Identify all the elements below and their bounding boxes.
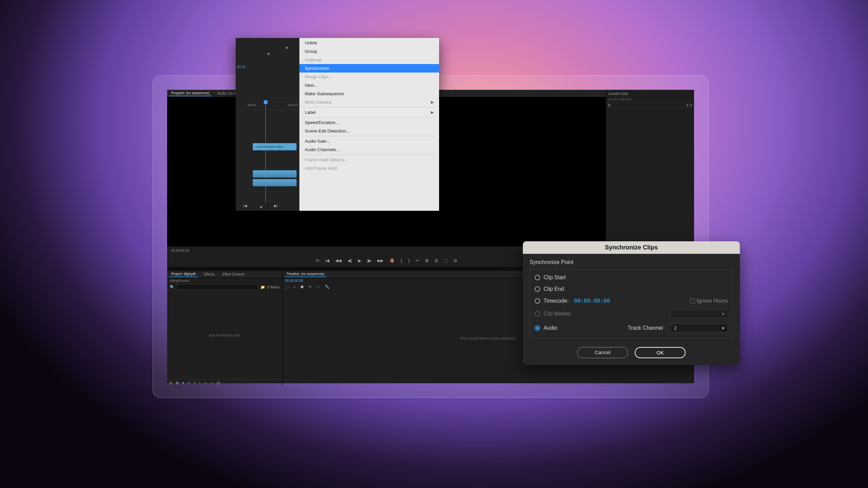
transport-btn[interactable]: {: [401, 258, 402, 263]
search-icon: 🔍: [170, 285, 175, 289]
project-filename: dfghgdh.prproj: [167, 278, 282, 283]
transport-btn[interactable]: ◀|: [348, 258, 352, 263]
foot-icon[interactable]: ⟳: [188, 381, 190, 385]
menu-item-audio-gain-[interactable]: Audio Gain...: [299, 137, 439, 145]
project-panel: Project: dfghgdh Effects Effect Controls…: [167, 271, 282, 386]
menu-item-speed-duration-[interactable]: Speed/Duration...: [299, 118, 439, 127]
program-timecode: 00:00:00:00: [171, 249, 189, 252]
transport-btn[interactable]: ⧉: [454, 258, 457, 263]
menu-item-merge-clips-: Merge Clips...: [299, 73, 439, 81]
marker-dot: [260, 206, 262, 208]
tab-project[interactable]: Project: dfghgdh: [169, 271, 198, 277]
lumetri-fx: fx: [608, 103, 611, 107]
tab-program[interactable]: Program: (no sequences): [169, 90, 212, 96]
transport-btn[interactable]: }: [408, 258, 410, 263]
radio-audio[interactable]: Audio Track Channel 2▾: [531, 321, 731, 335]
menu-item-multi-camera: Multi-Camera▶: [299, 98, 439, 106]
step-fwd-icon[interactable]: ▶|: [274, 204, 278, 208]
menu-item-synchronize[interactable]: Synchronize: [299, 64, 439, 73]
ignore-hours-checkbox[interactable]: [690, 299, 695, 303]
lumetri-noclip: (no clip selected): [608, 96, 692, 102]
audio-clip[interactable]: [253, 170, 297, 178]
transport-btn[interactable]: ✂: [416, 258, 419, 263]
foot-icon[interactable]: ■: [182, 381, 184, 385]
menu-item-label[interactable]: Label▶: [299, 108, 439, 117]
cancel-button[interactable]: Cancel: [577, 347, 628, 358]
tl-tool[interactable]: ✂: [309, 285, 312, 289]
transport-btn[interactable]: 🔇: [390, 258, 395, 263]
timeline-closeup-with-menu: 43:16 :00:00 00:01:0 ▭ Cornerstone video…: [236, 38, 439, 211]
radio-clip-start[interactable]: Clip Start: [531, 272, 731, 283]
menu-item-add-frame-hold: Add Frame Hold: [299, 164, 439, 172]
track-channel-label: Track Channel: [628, 325, 663, 331]
video-clip[interactable]: ▭ Cornerstone video: [253, 143, 297, 150]
menu-item-nest-[interactable]: Nest...: [299, 81, 439, 89]
ruler-tick: 00:01:0: [288, 103, 298, 109]
tl-tool[interactable]: ↔: [316, 285, 320, 289]
step-back-icon[interactable]: |◀: [243, 204, 247, 208]
foot-icon[interactable]: •: [199, 381, 200, 385]
menu-item-frame-hold-options-: Frame Hold Options...: [299, 156, 439, 164]
context-menu: UnlinkGroupUngroupSynchronizeMerge Clips…: [299, 38, 439, 211]
playhead-timecode: 43:16: [237, 65, 245, 69]
ruler-tick: :00:00: [247, 103, 256, 109]
transport-btn[interactable]: ⬚: [444, 258, 448, 263]
foot-icon[interactable]: ▭: [204, 381, 207, 385]
marker-dot: [268, 53, 270, 55]
transport-btn[interactable]: |◀: [325, 258, 329, 263]
menu-item-scene-edit-detection-[interactable]: Scene Edit Detection...: [299, 127, 439, 135]
foot-icon[interactable]: ▤: [217, 381, 220, 385]
tl-tool[interactable]: ⟐: [293, 285, 296, 289]
transport-btn[interactable]: ▶: [358, 258, 361, 263]
project-empty: Import media to start: [167, 291, 282, 379]
menu-item-unlink[interactable]: Unlink: [299, 39, 439, 47]
transport-btn[interactable]: |▶: [367, 258, 371, 263]
tab-effect-controls[interactable]: Effect Controls: [220, 272, 246, 277]
radio-clip-end[interactable]: Clip End: [531, 283, 731, 295]
audio-clip[interactable]: [253, 179, 297, 186]
project-search-input[interactable]: [177, 284, 258, 290]
foot-icon[interactable]: ▦: [176, 381, 179, 385]
menu-item-ungroup: Ungroup: [299, 56, 439, 64]
menu-item-make-subsequence[interactable]: Make Subsequence: [299, 89, 439, 98]
menu-item-audio-channels-[interactable]: Audio Channels...: [299, 145, 439, 154]
time-ruler[interactable]: :00:00 00:01:0: [246, 102, 299, 110]
tab-effects[interactable]: Effects: [202, 272, 216, 277]
transport-btn[interactable]: ▶▶: [377, 258, 383, 263]
timecode-value[interactable]: 00:00:00:00: [574, 298, 610, 304]
dialog-title: Synchronize Clips: [523, 241, 740, 254]
synchronize-point-label: Synchronize Point: [530, 259, 733, 265]
radio-clip-marker: Clip Marker ▾: [531, 307, 731, 321]
marker-dot: [286, 47, 288, 49]
transport-btn[interactable]: ⊟: [435, 258, 438, 263]
transport-btn[interactable]: ◀◀: [335, 258, 341, 263]
tl-tool[interactable]: ⬚: [285, 285, 289, 289]
tl-tool[interactable]: ⬣: [300, 285, 304, 289]
timeline-strip: 43:16 :00:00 00:01:0 ▭ Cornerstone video…: [236, 38, 299, 211]
foot-icon[interactable]: ▤: [169, 381, 172, 385]
foot-icon[interactable]: T: [194, 381, 196, 385]
playhead[interactable]: [265, 102, 266, 203]
track-channel-select[interactable]: 2▾: [670, 324, 728, 332]
synchronize-clips-dialog: Synchronize Clips Synchronize Point Clip…: [523, 241, 740, 365]
menu-item-group[interactable]: Group: [299, 47, 439, 56]
foot-icon[interactable]: ▭: [210, 381, 213, 385]
lumetri-panel: Lumetri Color (no clip selected) fx▾ ↺: [606, 90, 694, 267]
folder-icon[interactable]: 📁: [260, 285, 265, 289]
transport-btn[interactable]: ⊞: [425, 258, 429, 263]
transport-btn[interactable]: ⟲: [316, 258, 319, 263]
tab-timeline[interactable]: Timeline: (no sequences): [284, 271, 327, 277]
clip-marker-select: ▾: [670, 309, 728, 318]
tl-tool[interactable]: 🔧: [325, 285, 330, 289]
items-count: 0 Items: [267, 285, 279, 289]
radio-timecode[interactable]: Timecode: 00:00:00:00 Ignore Hours: [531, 295, 731, 307]
lumetri-title: Lumetri Color: [608, 92, 628, 96]
ok-button[interactable]: OK: [635, 347, 686, 358]
